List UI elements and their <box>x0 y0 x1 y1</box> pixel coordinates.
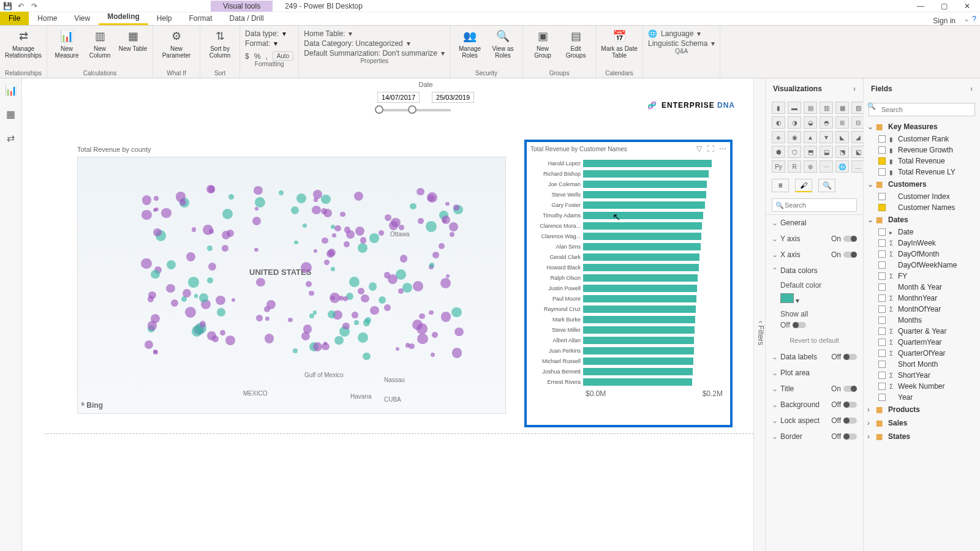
viz-type-icon[interactable]: 🌐 <box>835 160 849 173</box>
format-search-input[interactable] <box>772 198 857 212</box>
field-checkbox[interactable] <box>878 350 886 357</box>
redo-icon[interactable]: ↷ <box>29 1 39 11</box>
toggle-switch[interactable]: On <box>831 250 857 259</box>
new-table-button[interactable]: ▦New Table <box>118 28 148 52</box>
viz-type-icon[interactable]: ▼ <box>820 131 833 143</box>
toggle-switch[interactable]: On <box>831 384 857 393</box>
field-item[interactable]: ▮Total Revenue LY <box>864 167 980 178</box>
field-item[interactable]: ΣFY <box>864 271 980 282</box>
field-checkbox[interactable] <box>878 394 886 401</box>
tab-view[interactable]: View <box>66 12 99 25</box>
format-section-row[interactable]: ⌄Lock aspectOff <box>766 413 863 429</box>
view-as-roles-button[interactable]: 🔍View as Roles <box>488 28 518 59</box>
slider-knob-right[interactable] <box>408 105 417 114</box>
field-table-header[interactable]: ⌄▦Customers <box>864 178 980 191</box>
focus-mode-icon[interactable]: ⛶ <box>707 144 714 153</box>
viz-type-icon[interactable]: ◓ <box>820 116 833 129</box>
new-measure-button[interactable]: 📊New Measure <box>52 28 81 59</box>
field-checkbox[interactable] <box>878 372 886 379</box>
field-checkbox[interactable] <box>878 146 886 154</box>
field-item[interactable]: ▮Revenue Growth <box>864 144 980 156</box>
tab-home[interactable]: Home <box>29 12 66 25</box>
viz-type-icon[interactable]: ⬡ <box>788 146 801 158</box>
undo-icon[interactable]: ↶ <box>16 1 26 11</box>
manage-relationships-button[interactable]: ⇄Manage Relationships <box>5 28 42 59</box>
field-checkbox[interactable] <box>878 135 886 143</box>
bar-row[interactable]: Clarence Wag... <box>529 231 723 241</box>
field-checkbox[interactable] <box>878 272 886 280</box>
analytics-tab-icon[interactable]: 🔍 <box>818 179 835 192</box>
bar-row[interactable]: Richard Bishop <box>529 168 723 179</box>
viz-type-icon[interactable]: Py <box>772 160 785 173</box>
format-section-row[interactable]: ⌄Data labelsOff <box>766 349 863 365</box>
bar-row[interactable]: Juan Perkins <box>529 345 723 356</box>
viz-type-icon[interactable]: ◉ <box>788 131 801 143</box>
language-dropdown[interactable]: Language <box>661 29 693 38</box>
field-table-header[interactable]: ⌄▦Dates <box>864 213 980 227</box>
currency-icon[interactable]: $ <box>245 52 249 61</box>
filter-icon[interactable]: ▽ <box>696 144 702 153</box>
field-checkbox[interactable] <box>878 239 886 247</box>
field-item[interactable]: ΣQuarterOfYear <box>864 348 980 359</box>
maximize-icon[interactable]: ▢ <box>935 2 953 10</box>
date-from-input[interactable]: 14/07/2017 <box>377 92 420 103</box>
bar-row[interactable]: Steve Wells <box>529 189 723 200</box>
format-section-row[interactable]: ⌄TitleOn <box>766 381 863 397</box>
bar-row[interactable]: Timothy Adams <box>529 210 723 220</box>
new-group-button[interactable]: ▣New Group <box>528 28 557 59</box>
bar-row[interactable]: Raymond Cruz <box>529 304 723 314</box>
field-checkbox[interactable] <box>878 250 886 258</box>
field-checkbox[interactable] <box>878 328 886 335</box>
toggle-switch[interactable]: Off <box>831 400 857 409</box>
bar-row[interactable]: Justin Powell <box>529 283 723 293</box>
field-item[interactable]: Year <box>864 392 980 403</box>
tab-modeling[interactable]: Modeling <box>99 10 148 25</box>
field-checkbox[interactable] <box>878 361 886 368</box>
field-item[interactable]: ΣMonthnYear <box>864 293 980 304</box>
field-table-header[interactable]: ›▦Products <box>864 403 980 416</box>
field-checkbox[interactable] <box>878 294 886 302</box>
format-section-row[interactable]: ⌄X axisOn <box>766 247 863 263</box>
bar-row[interactable]: Ralph Olson <box>529 272 723 283</box>
field-item[interactable]: ΣShortYear <box>864 370 980 381</box>
report-canvas[interactable]: Date 14/07/2017 25/03/2019 🧬 ENTERPRISE … <box>22 78 753 551</box>
field-checkbox[interactable] <box>878 283 886 291</box>
model-view-icon[interactable]: ⇄ <box>7 132 15 144</box>
field-checkbox[interactable] <box>878 261 886 269</box>
viz-type-icon[interactable]: ▮ <box>772 102 785 114</box>
bar-row[interactable]: Ernest Rivera <box>529 377 723 387</box>
format-section-row[interactable]: ⌄BackgroundOff <box>766 397 863 413</box>
bar-row[interactable]: Albert Allan <box>529 335 723 345</box>
bar-chart-visual[interactable]: Total Revenue by Customer Names ▽ ⛶ ⋯ Ha… <box>524 140 733 427</box>
viz-type-icon[interactable]: ▥ <box>820 102 833 114</box>
tab-file[interactable]: File <box>0 12 29 25</box>
bar-row[interactable]: Mark Burke <box>529 314 723 324</box>
viz-type-icon[interactable]: ▬ <box>788 102 801 114</box>
linguistic-schema-dropdown[interactable]: Linguistic Schema <box>648 39 707 48</box>
field-table-header[interactable]: ›▦States <box>864 430 980 443</box>
viz-type-icon[interactable]: ◈ <box>772 131 785 143</box>
toggle-switch[interactable]: Off <box>831 353 857 361</box>
minimize-icon[interactable]: — <box>911 2 930 10</box>
field-checkbox[interactable] <box>878 305 886 313</box>
field-item[interactable]: ▸Date <box>864 227 980 238</box>
viz-type-icon[interactable]: ▦ <box>835 102 849 114</box>
date-slider[interactable] <box>377 109 451 111</box>
collapse-icon[interactable]: › <box>970 84 973 93</box>
field-item[interactable]: ▮Total Revenue <box>864 156 980 167</box>
viz-type-icon[interactable]: ⬢ <box>772 146 785 158</box>
help-icon[interactable]: ? <box>972 15 976 23</box>
color-swatch[interactable] <box>780 293 794 303</box>
field-item[interactable]: ΣQuarternYear <box>864 337 980 348</box>
bar-row[interactable]: Gerald Clark <box>529 252 723 262</box>
viz-type-icon[interactable]: ⬕ <box>851 146 865 158</box>
format-section-row[interactable]: ⌄General <box>766 215 863 231</box>
field-checkbox[interactable] <box>878 228 886 236</box>
field-item[interactable]: Customer Names <box>864 202 980 213</box>
tab-data-drill[interactable]: Data / Drill <box>221 12 273 25</box>
revert-to-default-link[interactable]: Revert to default <box>766 332 863 349</box>
decimal-auto[interactable]: Auto <box>273 51 294 61</box>
data-view-icon[interactable]: ▦ <box>6 108 15 120</box>
bar-row[interactable]: Joshua Bennett <box>529 366 723 377</box>
field-item[interactable]: Short Month <box>864 359 980 370</box>
